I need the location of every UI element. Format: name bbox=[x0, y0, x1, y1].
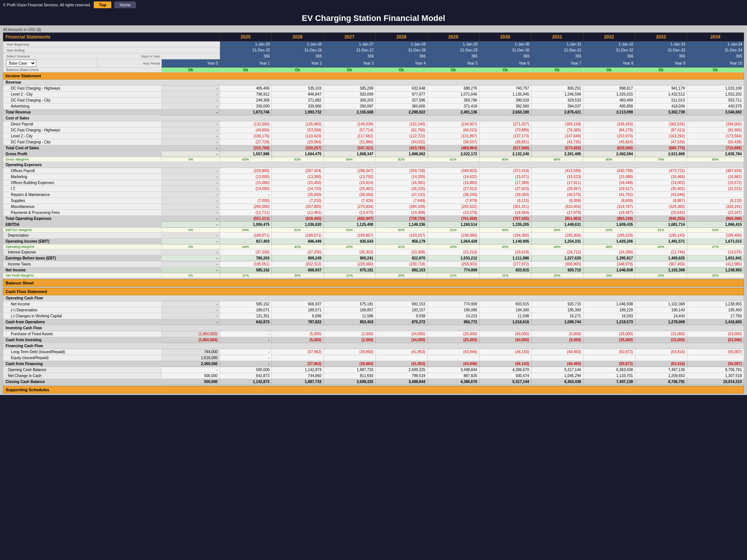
year-period-y6: Year 6 bbox=[479, 59, 531, 68]
dc-fast-hwy-y10: 1,010,199 bbox=[687, 85, 744, 91]
currency-note: All Amounts in USD ($) bbox=[3, 27, 744, 32]
table-row: Offices Payroll - (220,800) (287,424) (2… bbox=[3, 168, 744, 174]
fs-section-header: Financial Statements bbox=[3, 33, 220, 41]
miscellaneous-label: Miscellaneous bbox=[3, 204, 162, 210]
cash-from-financing-label: Cash from Financing bbox=[3, 361, 162, 367]
days-2032: 366 bbox=[583, 53, 635, 59]
marketing-label: Marketing bbox=[3, 174, 162, 180]
income-statement-header: Income Statement bbox=[3, 72, 744, 80]
year-period-y1: Year 1 bbox=[220, 59, 272, 68]
days-2031: 365 bbox=[531, 53, 583, 59]
top-button[interactable]: Top bbox=[94, 1, 111, 8]
gross-profit-label: Gross Profit bbox=[3, 151, 162, 157]
bs-check-y9: Ok bbox=[635, 68, 687, 72]
bs-check-y10: Ok bbox=[687, 68, 744, 72]
logo-text: © Profit Vision Financial Services. All … bbox=[3, 3, 91, 7]
table-row: Level 2 - City - (106,176) (110,423) (11… bbox=[3, 133, 744, 139]
total-revenue-label: Total Revenue bbox=[3, 109, 162, 115]
year-period-y2: Year 2 bbox=[272, 59, 323, 68]
table-row: Miscellaneous - (260,000) (267,800) (275… bbox=[3, 204, 744, 210]
home-button[interactable]: Home bbox=[114, 1, 136, 8]
offices-payroll-label: Offices Payroll bbox=[3, 168, 162, 174]
balance-check-label: Balance Sheet Check bbox=[3, 68, 162, 72]
dc-fast-hwy-y7: 806,251 bbox=[531, 85, 583, 91]
table-row: Payments & Processing Fees - (11,711) (1… bbox=[3, 210, 744, 216]
table-row: (-) Changes in Working Capital - 131,351… bbox=[3, 313, 744, 319]
ebitda-row: EBITDA - 1,006,475 1,036,020 1,125,400 1… bbox=[3, 222, 744, 228]
dc-fast-hwy-y3: 585,269 bbox=[323, 85, 375, 91]
total-cos-row: Total Cost of Sales - (315,760) (329,257… bbox=[3, 145, 744, 151]
dc-fast-city-label: DC Fast Charging - City bbox=[3, 97, 162, 103]
yr-begin-2029: 1-Jan-29 bbox=[427, 41, 479, 47]
col-2030: 2030 bbox=[479, 33, 531, 41]
operating-margin-row: Operating Margin% 0% 44% 42% 43% 42% 43%… bbox=[3, 245, 744, 249]
total-opex-label: Total Operating Expenses bbox=[3, 216, 162, 222]
net-income-row: Net Income - 585,152 606,937 675,181 692… bbox=[3, 267, 744, 273]
closing-cash-row: Closing Cash Balance 500,000 1,142,873 1… bbox=[3, 379, 744, 385]
col-2027: 2027 bbox=[323, 33, 375, 41]
table-row: I.T. - (24,000) (24,720) (25,462) (26,22… bbox=[3, 186, 744, 192]
total-cos-label: Total Cost of Sales bbox=[3, 145, 162, 151]
bs-check-y0: Ok bbox=[162, 68, 220, 72]
opening-cash-row: Opening Cash Balance - 500,000 1,142,873… bbox=[3, 367, 744, 373]
balance-sheet-header: Balance Sheet bbox=[3, 280, 744, 287]
year-period-y0: Year 0 bbox=[162, 59, 220, 68]
yr-end-2026: 31-Dec-26 bbox=[272, 47, 323, 53]
investing-cf-label: Investing Cash Flow bbox=[3, 325, 744, 331]
supplies-label: Supplies bbox=[3, 198, 162, 204]
scenario-dropdown[interactable]: Base Case bbox=[6, 60, 36, 67]
table-row: DC Fast Charging - Highways - 495,466 53… bbox=[3, 85, 744, 91]
advertising-label: Advertising bbox=[3, 103, 162, 109]
yr-begin-2027: 1-Jan-27 bbox=[323, 41, 375, 47]
ebitda-margin-row: EBITDA Margin% 0% 54% 52% 52% 50% 51% 50… bbox=[3, 228, 744, 233]
table-row: Level 2 - City - 798,912 846,847 920,099… bbox=[3, 91, 744, 97]
ebt-row: Earnings Before taxes (EBT) - 780,203 80… bbox=[3, 255, 744, 261]
yr-end-2029: 31-Dec-29 bbox=[427, 47, 479, 53]
dc-fast-hwy-y6: 740,757 bbox=[479, 85, 531, 91]
bs-check-y1: Ok bbox=[220, 68, 272, 72]
bs-check-y5: Ok bbox=[427, 68, 479, 72]
year-period-y3: Year 3 bbox=[323, 59, 375, 68]
yr-end-2031: 31-Dec-31 bbox=[531, 47, 583, 53]
year-period-y9: Year 9 bbox=[635, 59, 687, 68]
col-2028: 2028 bbox=[375, 33, 427, 41]
it-label: I.T. bbox=[3, 186, 162, 192]
net-income-label: Net Income bbox=[3, 267, 162, 273]
col-2033: 2033 bbox=[635, 33, 687, 41]
yr-end-2033: 31-Dec-33 bbox=[635, 47, 687, 53]
total-revenue-row: Total Revenue - 1,873,746 1,993,732 2,15… bbox=[3, 109, 744, 115]
bs-check-y7: Ok bbox=[531, 68, 583, 72]
table-row: Long-Term Debt (Issued/Repaid) 744,000 -… bbox=[3, 349, 744, 355]
level2-city-label: Level 2 - City bbox=[3, 91, 162, 97]
dc-fast-hwy-y1: 495,466 bbox=[220, 85, 272, 91]
dc-fast-hwy-y2: 535,103 bbox=[272, 85, 323, 91]
days-2033: 365 bbox=[635, 53, 687, 59]
yr-begin-2033: 1-Jan-33 bbox=[635, 41, 687, 47]
yr-end-2032: 31-Dec-32 bbox=[583, 47, 635, 53]
cos-label: Cost of Sales bbox=[3, 115, 744, 121]
table-row: DC Fast Charging - City - 249,368 271,88… bbox=[3, 97, 744, 103]
table-row: Repairs & Maintenance - - (35,000) (36,0… bbox=[3, 192, 744, 198]
gross-profit-row: Gross Profit - 1,557,986 1,664,475 1,808… bbox=[3, 151, 744, 157]
depreciation-label: Depreciation bbox=[3, 233, 162, 239]
revenue-label: Revenue bbox=[3, 80, 744, 85]
bs-check-y6: Ok bbox=[479, 68, 531, 72]
year-period-label: Year Period bbox=[97, 59, 162, 68]
table-row: DC Fast Charging - Highways - (49,856) (… bbox=[3, 127, 744, 133]
cf-working-capital-label: (-) Changes in Working Capital bbox=[3, 313, 162, 319]
year-period-y10: Year 10 bbox=[687, 59, 744, 68]
net-change-cash-label: Net Change in Cash bbox=[3, 373, 162, 379]
income-taxes-row: Income Taxes - (195,051) (202,312) (225,… bbox=[3, 261, 744, 267]
year-period-y7: Year 7 bbox=[531, 59, 583, 68]
days-2028: 366 bbox=[375, 53, 427, 59]
yr-end-2030: 31-Dec-30 bbox=[479, 47, 531, 53]
bs-check-y8: Ok bbox=[583, 68, 635, 72]
cash-from-ops-label: Cash from Operations bbox=[3, 319, 162, 325]
payments-fees-label: Payments & Processing Fees bbox=[3, 210, 162, 216]
interest-expense-row: Interest Expense - (37,200) (37,200) (35… bbox=[3, 249, 744, 255]
table-row: Marketing - (13,000) (13,390) (13,792) (… bbox=[3, 174, 744, 180]
table-row: (+) Depreciation - 189,071 189,571 189,8… bbox=[3, 307, 744, 313]
col-2029: 2029 bbox=[427, 33, 479, 41]
opening-cash-label: Opening Cash Balance bbox=[3, 367, 162, 373]
scenario-select-cell[interactable]: Base Case bbox=[3, 59, 97, 68]
